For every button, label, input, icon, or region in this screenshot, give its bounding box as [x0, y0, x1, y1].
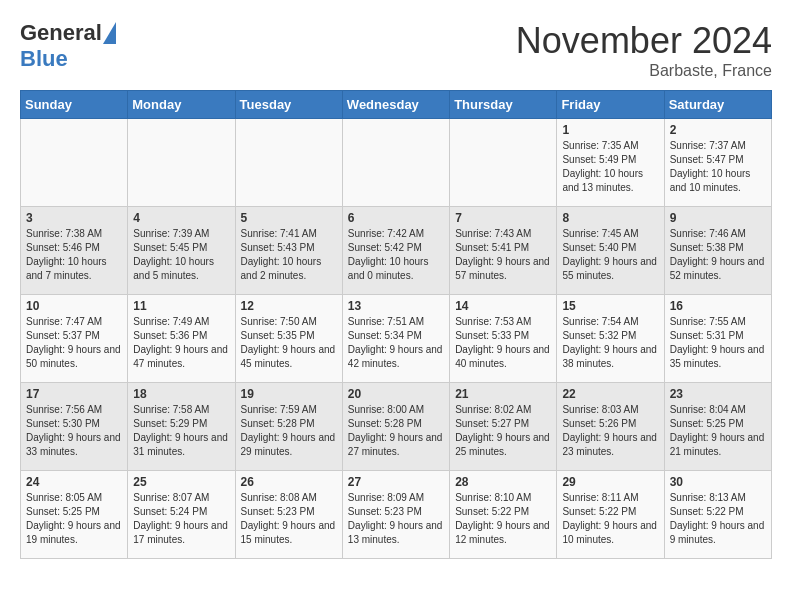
day-info: Sunrise: 8:02 AM Sunset: 5:27 PM Dayligh…: [455, 403, 551, 459]
calendar-cell: [128, 119, 235, 207]
day-number: 11: [133, 299, 229, 313]
calendar-cell: 15Sunrise: 7:54 AM Sunset: 5:32 PM Dayli…: [557, 295, 664, 383]
calendar-cell: 12Sunrise: 7:50 AM Sunset: 5:35 PM Dayli…: [235, 295, 342, 383]
calendar-cell: 2Sunrise: 7:37 AM Sunset: 5:47 PM Daylig…: [664, 119, 771, 207]
logo-arrow-icon: [103, 22, 116, 44]
calendar-cell: [235, 119, 342, 207]
day-number: 4: [133, 211, 229, 225]
day-number: 24: [26, 475, 122, 489]
day-info: Sunrise: 7:58 AM Sunset: 5:29 PM Dayligh…: [133, 403, 229, 459]
day-info: Sunrise: 7:49 AM Sunset: 5:36 PM Dayligh…: [133, 315, 229, 371]
day-number: 27: [348, 475, 444, 489]
day-info: Sunrise: 8:07 AM Sunset: 5:24 PM Dayligh…: [133, 491, 229, 547]
week-row-1: 1Sunrise: 7:35 AM Sunset: 5:49 PM Daylig…: [21, 119, 772, 207]
day-number: 19: [241, 387, 337, 401]
calendar-cell: [342, 119, 449, 207]
calendar-cell: 8Sunrise: 7:45 AM Sunset: 5:40 PM Daylig…: [557, 207, 664, 295]
day-number: 29: [562, 475, 658, 489]
day-info: Sunrise: 7:56 AM Sunset: 5:30 PM Dayligh…: [26, 403, 122, 459]
calendar-table: Sunday Monday Tuesday Wednesday Thursday…: [20, 90, 772, 559]
calendar-cell: 25Sunrise: 8:07 AM Sunset: 5:24 PM Dayli…: [128, 471, 235, 559]
day-info: Sunrise: 8:11 AM Sunset: 5:22 PM Dayligh…: [562, 491, 658, 547]
day-info: Sunrise: 7:51 AM Sunset: 5:34 PM Dayligh…: [348, 315, 444, 371]
day-info: Sunrise: 8:10 AM Sunset: 5:22 PM Dayligh…: [455, 491, 551, 547]
day-number: 10: [26, 299, 122, 313]
calendar-cell: 17Sunrise: 7:56 AM Sunset: 5:30 PM Dayli…: [21, 383, 128, 471]
calendar-cell: 27Sunrise: 8:09 AM Sunset: 5:23 PM Dayli…: [342, 471, 449, 559]
day-number: 25: [133, 475, 229, 489]
calendar-cell: 16Sunrise: 7:55 AM Sunset: 5:31 PM Dayli…: [664, 295, 771, 383]
header-saturday: Saturday: [664, 91, 771, 119]
day-number: 23: [670, 387, 766, 401]
location: Barbaste, France: [516, 62, 772, 80]
logo-general: General: [20, 20, 102, 46]
calendar-cell: 5Sunrise: 7:41 AM Sunset: 5:43 PM Daylig…: [235, 207, 342, 295]
day-info: Sunrise: 8:08 AM Sunset: 5:23 PM Dayligh…: [241, 491, 337, 547]
calendar-cell: 10Sunrise: 7:47 AM Sunset: 5:37 PM Dayli…: [21, 295, 128, 383]
day-info: Sunrise: 8:04 AM Sunset: 5:25 PM Dayligh…: [670, 403, 766, 459]
day-number: 26: [241, 475, 337, 489]
day-info: Sunrise: 8:09 AM Sunset: 5:23 PM Dayligh…: [348, 491, 444, 547]
header-thursday: Thursday: [450, 91, 557, 119]
calendar-cell: 7Sunrise: 7:43 AM Sunset: 5:41 PM Daylig…: [450, 207, 557, 295]
day-number: 18: [133, 387, 229, 401]
calendar-cell: 30Sunrise: 8:13 AM Sunset: 5:22 PM Dayli…: [664, 471, 771, 559]
day-info: Sunrise: 7:38 AM Sunset: 5:46 PM Dayligh…: [26, 227, 122, 283]
day-info: Sunrise: 7:55 AM Sunset: 5:31 PM Dayligh…: [670, 315, 766, 371]
day-number: 20: [348, 387, 444, 401]
calendar-cell: [450, 119, 557, 207]
day-number: 8: [562, 211, 658, 225]
day-info: Sunrise: 8:00 AM Sunset: 5:28 PM Dayligh…: [348, 403, 444, 459]
day-number: 2: [670, 123, 766, 137]
day-info: Sunrise: 8:13 AM Sunset: 5:22 PM Dayligh…: [670, 491, 766, 547]
header-row: Sunday Monday Tuesday Wednesday Thursday…: [21, 91, 772, 119]
calendar-cell: 29Sunrise: 8:11 AM Sunset: 5:22 PM Dayli…: [557, 471, 664, 559]
day-number: 16: [670, 299, 766, 313]
week-row-2: 3Sunrise: 7:38 AM Sunset: 5:46 PM Daylig…: [21, 207, 772, 295]
day-info: Sunrise: 7:47 AM Sunset: 5:37 PM Dayligh…: [26, 315, 122, 371]
day-info: Sunrise: 7:37 AM Sunset: 5:47 PM Dayligh…: [670, 139, 766, 195]
day-info: Sunrise: 7:46 AM Sunset: 5:38 PM Dayligh…: [670, 227, 766, 283]
day-info: Sunrise: 7:35 AM Sunset: 5:49 PM Dayligh…: [562, 139, 658, 195]
day-info: Sunrise: 7:54 AM Sunset: 5:32 PM Dayligh…: [562, 315, 658, 371]
day-number: 9: [670, 211, 766, 225]
title-block: November 2024 Barbaste, France: [516, 20, 772, 80]
day-info: Sunrise: 8:05 AM Sunset: 5:25 PM Dayligh…: [26, 491, 122, 547]
calendar-cell: 6Sunrise: 7:42 AM Sunset: 5:42 PM Daylig…: [342, 207, 449, 295]
day-info: Sunrise: 8:03 AM Sunset: 5:26 PM Dayligh…: [562, 403, 658, 459]
day-info: Sunrise: 7:59 AM Sunset: 5:28 PM Dayligh…: [241, 403, 337, 459]
calendar-cell: 9Sunrise: 7:46 AM Sunset: 5:38 PM Daylig…: [664, 207, 771, 295]
header-wednesday: Wednesday: [342, 91, 449, 119]
calendar-cell: 3Sunrise: 7:38 AM Sunset: 5:46 PM Daylig…: [21, 207, 128, 295]
calendar-cell: 14Sunrise: 7:53 AM Sunset: 5:33 PM Dayli…: [450, 295, 557, 383]
day-info: Sunrise: 7:41 AM Sunset: 5:43 PM Dayligh…: [241, 227, 337, 283]
header-monday: Monday: [128, 91, 235, 119]
page-header: General Blue November 2024 Barbaste, Fra…: [20, 20, 772, 80]
day-info: Sunrise: 7:43 AM Sunset: 5:41 PM Dayligh…: [455, 227, 551, 283]
calendar-cell: 24Sunrise: 8:05 AM Sunset: 5:25 PM Dayli…: [21, 471, 128, 559]
day-number: 6: [348, 211, 444, 225]
calendar-cell: 21Sunrise: 8:02 AM Sunset: 5:27 PM Dayli…: [450, 383, 557, 471]
day-number: 14: [455, 299, 551, 313]
day-number: 28: [455, 475, 551, 489]
calendar-cell: 28Sunrise: 8:10 AM Sunset: 5:22 PM Dayli…: [450, 471, 557, 559]
day-info: Sunrise: 7:42 AM Sunset: 5:42 PM Dayligh…: [348, 227, 444, 283]
day-info: Sunrise: 7:45 AM Sunset: 5:40 PM Dayligh…: [562, 227, 658, 283]
calendar-cell: 18Sunrise: 7:58 AM Sunset: 5:29 PM Dayli…: [128, 383, 235, 471]
header-sunday: Sunday: [21, 91, 128, 119]
day-number: 7: [455, 211, 551, 225]
calendar-cell: 13Sunrise: 7:51 AM Sunset: 5:34 PM Dayli…: [342, 295, 449, 383]
calendar-cell: 22Sunrise: 8:03 AM Sunset: 5:26 PM Dayli…: [557, 383, 664, 471]
calendar-cell: 4Sunrise: 7:39 AM Sunset: 5:45 PM Daylig…: [128, 207, 235, 295]
day-info: Sunrise: 7:50 AM Sunset: 5:35 PM Dayligh…: [241, 315, 337, 371]
calendar-cell: 19Sunrise: 7:59 AM Sunset: 5:28 PM Dayli…: [235, 383, 342, 471]
day-number: 3: [26, 211, 122, 225]
day-number: 13: [348, 299, 444, 313]
day-number: 22: [562, 387, 658, 401]
calendar-cell: 20Sunrise: 8:00 AM Sunset: 5:28 PM Dayli…: [342, 383, 449, 471]
day-info: Sunrise: 7:53 AM Sunset: 5:33 PM Dayligh…: [455, 315, 551, 371]
week-row-4: 17Sunrise: 7:56 AM Sunset: 5:30 PM Dayli…: [21, 383, 772, 471]
header-tuesday: Tuesday: [235, 91, 342, 119]
calendar-cell: 26Sunrise: 8:08 AM Sunset: 5:23 PM Dayli…: [235, 471, 342, 559]
logo: General Blue: [20, 20, 116, 72]
